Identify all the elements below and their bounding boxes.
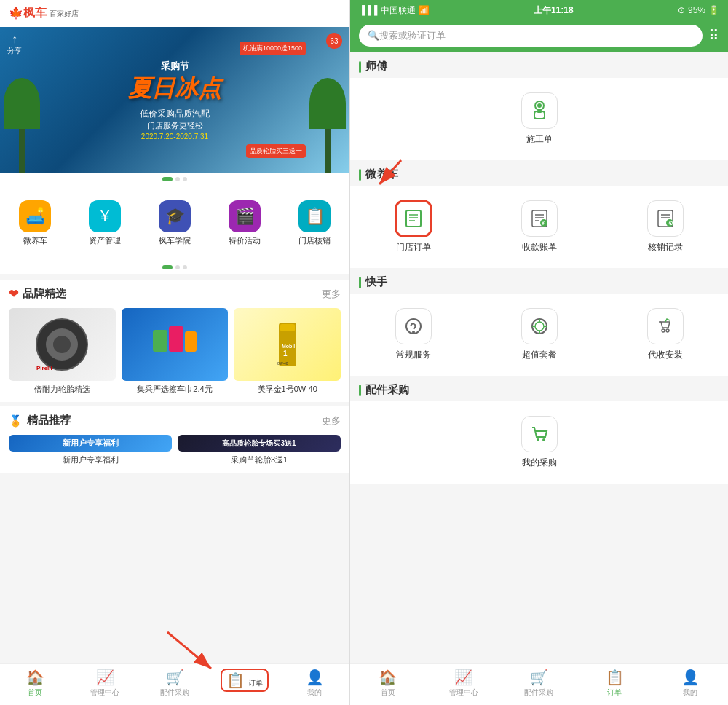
shifu-shigong[interactable]: 施工单 [350, 85, 728, 153]
recommend-header: 🏅 精品推荐 更多 [9, 414, 341, 428]
menu-changgui[interactable]: 常规服务 [350, 301, 476, 369]
right-bottom-nav: 🏠 首页 📈 管理中心 🛒 配件采购 📋 订单 👤 我的 [350, 663, 728, 705]
grid-dots [0, 261, 349, 274]
mine-icon-left: 👤 [306, 669, 324, 686]
nav-parts-left[interactable]: 🛒 配件采购 [140, 669, 210, 698]
nav-order-left[interactable]: 📋 订单 [210, 669, 280, 698]
right-nav-home[interactable]: 🏠 首页 [350, 669, 426, 698]
logo-area: 🍁枫车 百家好店 [9, 6, 79, 21]
menu-wocaigou[interactable]: 我的采购 [350, 409, 728, 476]
menu-shoukuan[interactable]: ¥ 收款账单 [476, 193, 602, 261]
product-tire-label: 倍耐力轮胎精选 [9, 384, 116, 395]
right-manage-icon: 📈 [454, 669, 472, 686]
wocaigou-icon [521, 416, 558, 452]
recommend-title: 🏅 精品推荐 [9, 414, 71, 428]
right-nav-parts[interactable]: 🛒 配件采购 [502, 669, 577, 698]
shigong-label: 施工单 [526, 133, 553, 146]
special-icon: 🎬 [229, 200, 261, 232]
chaozhi-icon [521, 308, 558, 344]
banner-date: 2020.7.20-2020.7.31 [128, 133, 221, 141]
promo-newuser-img: 新用户专享福利 [9, 435, 172, 452]
nav-mine-left[interactable]: 👤 我的 [280, 669, 349, 698]
menu-item-assets[interactable]: ¥ 资产管理 [70, 194, 140, 252]
towel-image [122, 308, 229, 381]
notice-badge[interactable]: 63 [326, 33, 342, 49]
section-header-kuaishou: 快手 [350, 268, 728, 294]
shifu-grid: 施工单 [350, 78, 728, 160]
right-nav-order[interactable]: 📋 订单 [577, 669, 652, 698]
svg-point-46 [542, 438, 545, 441]
svg-text:⊙: ⊙ [668, 220, 673, 227]
menu-hexiao[interactable]: ⊙ 核销记录 [602, 193, 728, 261]
grid-dot-3 [183, 265, 187, 269]
brand-section-header: ❤ 品牌精选 更多 [9, 287, 341, 301]
status-bar: ▐▐▐ 中国联通 📶 上午11:18 ⊙ 95% 🔋 [350, 0, 728, 20]
section-header-peijian: 配件采购 [350, 376, 728, 401]
menu-item-academy[interactable]: 🎓 枫车学院 [140, 194, 210, 252]
section-bar-weiyangche [359, 169, 361, 181]
hexiao-label: 核销记录 [648, 241, 683, 253]
changgui-icon [395, 308, 432, 344]
svg-text:Pirelli: Pirelli [36, 365, 52, 371]
recommend-more[interactable]: 更多 [322, 414, 341, 428]
nav-home-label-left: 首页 [28, 688, 42, 698]
logo-maple: 🍁枫车 [9, 6, 47, 21]
section-bar-peijian [359, 385, 361, 396]
product-tire[interactable]: Pirelli 倍耐力轮胎精选 [9, 308, 116, 395]
svg-point-36 [412, 331, 415, 334]
svg-rect-17 [537, 110, 542, 113]
right-order-label: 订单 [607, 688, 622, 698]
home-icon-left: 🏠 [26, 669, 44, 686]
menu-item-weiyangche[interactable]: 🛋️ 微养车 [0, 194, 70, 252]
banner: ↑ 分享 63 采购节 夏日冰点 低价采购品质汽配 门店服务更轻松 2020.7… [0, 27, 349, 173]
right-parts-icon: 🛒 [530, 669, 548, 686]
menu-item-special[interactable]: 🎬 特价活动 [210, 194, 280, 252]
product-oil[interactable]: Mobil 1 0W-40 美孚金1号0W-40 [234, 308, 341, 395]
nav-mine-label-left: 我的 [307, 688, 322, 698]
svg-point-15 [537, 103, 542, 108]
menu-chaozhi[interactable]: 超值套餐 [476, 301, 602, 369]
banner-tagline2: 门店服务更轻松 [128, 120, 221, 131]
parts-icon-left: 🛒 [166, 669, 184, 686]
svg-rect-6 [185, 331, 197, 352]
status-left: ▐▐▐ 中国联通 📶 [359, 4, 430, 17]
svg-rect-4 [153, 330, 167, 352]
promo-newuser[interactable]: 新用户专享福利 新用户专享福利 [9, 435, 172, 465]
svg-point-38 [535, 322, 544, 331]
section-name-weiyangche: 微养车 [365, 168, 398, 181]
qr-button[interactable]: ⠿ [708, 27, 719, 44]
menu-label-academy: 枫车学院 [159, 235, 191, 246]
promo-tire3-img: 高品质轮胎专场买3送1 [178, 435, 341, 452]
order-icon-left: 📋 [226, 672, 245, 688]
menu-label-verify: 门店核销 [298, 235, 331, 246]
battery-text: 95% [688, 5, 705, 15]
right-content: 师傅 施工单 微养车 [350, 52, 728, 663]
assets-icon: ¥ [89, 200, 121, 232]
menu-item-verify[interactable]: 📋 门店核销 [280, 194, 349, 252]
nav-home-left[interactable]: 🏠 首页 [0, 669, 70, 698]
section-name-peijian: 配件采购 [365, 383, 409, 397]
search-input[interactable]: 🔍搜索或验证订单 [359, 25, 703, 47]
svg-text:¥: ¥ [542, 221, 545, 226]
right-parts-label: 配件采购 [524, 688, 553, 698]
changgui-label: 常规服务 [396, 349, 431, 361]
brand-more[interactable]: 更多 [322, 288, 341, 301]
promo-tire3[interactable]: 高品质轮胎专场买3送1 采购节轮胎3送1 [178, 435, 341, 465]
wifi-icon: 📶 [419, 5, 430, 15]
nav-manage-left[interactable]: 📈 管理中心 [70, 669, 140, 698]
menu-mendian-order[interactable]: 门店订单 [350, 193, 476, 261]
share-button[interactable]: ↑ 分享 [7, 33, 22, 56]
menu-label-weiyangche: 微养车 [23, 235, 47, 246]
weiyangche-section-content: 门店订单 ¥ 收款账单 [350, 186, 728, 268]
carrier: 中国联通 [381, 4, 416, 17]
right-home-icon: 🏠 [379, 669, 397, 686]
svg-rect-8 [280, 324, 295, 331]
svg-rect-20 [406, 210, 421, 227]
right-nav-mine[interactable]: 👤 我的 [652, 669, 728, 698]
svg-point-44 [666, 329, 669, 332]
right-nav-manage[interactable]: 📈 管理中心 [426, 669, 502, 698]
section-bar-shifu [359, 61, 361, 73]
product-towel[interactable]: 集采严选擦车巾2.4元 [122, 308, 229, 395]
menu-daishou[interactable]: 代收安装 [602, 301, 728, 369]
right-panel: ▐▐▐ 中国联通 📶 上午11:18 ⊙ 95% 🔋 🔍搜索或验证订单 ⠿ 师傅 [349, 0, 728, 705]
